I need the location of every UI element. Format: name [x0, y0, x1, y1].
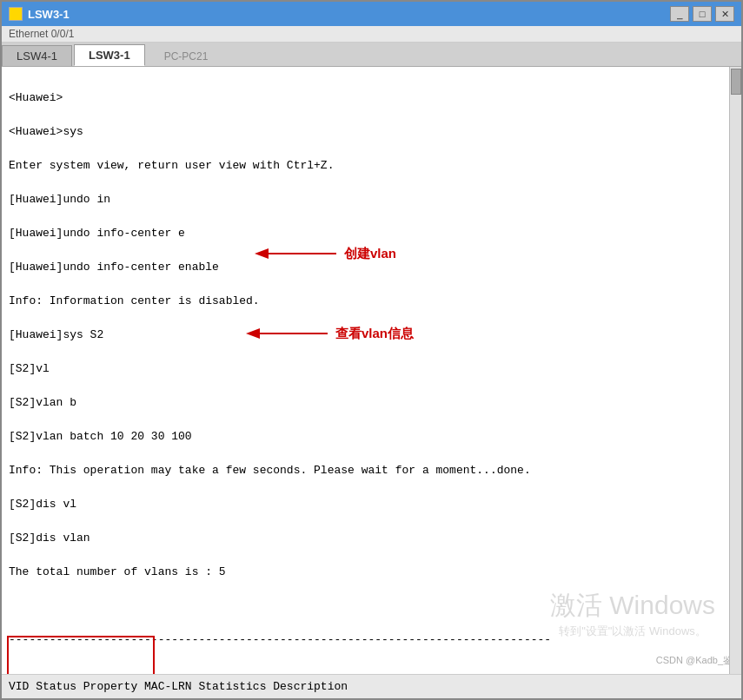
- tab-lsw4-1[interactable]: LSW4-1: [2, 45, 72, 66]
- term-line-7: [Huawei]sys S2: [9, 327, 734, 344]
- tab-bar: LSW4-1 LSW3-1 PC-PC21: [2, 43, 741, 67]
- main-window: LSW3-1 ⎯ □ ✕ Ethernet 0/0/1 LSW4-1 LSW3-…: [0, 0, 743, 700]
- tab-lsw3-1[interactable]: LSW3-1: [74, 44, 145, 66]
- title-bar-left: LSW3-1: [9, 7, 70, 21]
- window-title: LSW3-1: [28, 8, 70, 21]
- close-button[interactable]: ✕: [715, 6, 734, 22]
- term-line-6: Info: Information center is disabled.: [9, 293, 734, 310]
- term-line-1: <Huawei>sys: [9, 123, 734, 141]
- term-line-0: <Huawei>: [9, 89, 734, 107]
- terminal-wrapper: <Huawei> <Huawei>sys Enter system view, …: [2, 67, 741, 674]
- term-line-16: [9, 665, 734, 675]
- term-line-4: [Huawei]undo info-center e: [9, 225, 734, 242]
- maximize-button[interactable]: □: [693, 6, 712, 22]
- term-line-8: [S2]vl: [9, 360, 734, 378]
- term-line-11: Info: This operation may take a few seco…: [9, 462, 734, 479]
- scrollbar[interactable]: [729, 67, 741, 674]
- bottom-bar-text: VID Status Property MAC-LRN Statistics D…: [9, 680, 348, 693]
- term-line-15: [9, 598, 734, 615]
- subtitle-text: Ethernet 0/0/1: [9, 28, 74, 40]
- term-line-13: [S2]dis vlan: [9, 530, 734, 547]
- term-line-2: Enter system view, return user view with…: [9, 157, 734, 175]
- title-bar: LSW3-1 ⎯ □ ✕: [2, 2, 741, 26]
- term-separator-1: ----------------------------------------…: [9, 631, 734, 649]
- subtitle-bar: Ethernet 0/0/1: [2, 26, 741, 43]
- term-line-12: [S2]dis vl: [9, 496, 734, 513]
- minimize-button[interactable]: ⎯: [670, 6, 689, 22]
- term-line-14: The total number of vlans is : 5: [9, 564, 734, 581]
- window-controls: ⎯ □ ✕: [670, 6, 734, 22]
- term-line-3: [Huawei]undo in: [9, 191, 734, 208]
- term-line-9: [S2]vlan b: [9, 394, 734, 412]
- window-icon: [9, 7, 23, 21]
- pc-label: PC-PC21: [164, 50, 209, 66]
- scrollbar-thumb[interactable]: [731, 69, 741, 95]
- bottom-bar: VID Status Property MAC-LRN Statistics D…: [2, 674, 741, 698]
- term-line-10: [S2]vlan batch 10 20 30 100: [9, 428, 734, 446]
- terminal-scroll[interactable]: <Huawei> <Huawei>sys Enter system view, …: [2, 67, 741, 674]
- term-line-5: [Huawei]undo info-center enable: [9, 259, 734, 276]
- terminal-content: <Huawei> <Huawei>sys Enter system view, …: [9, 72, 734, 674]
